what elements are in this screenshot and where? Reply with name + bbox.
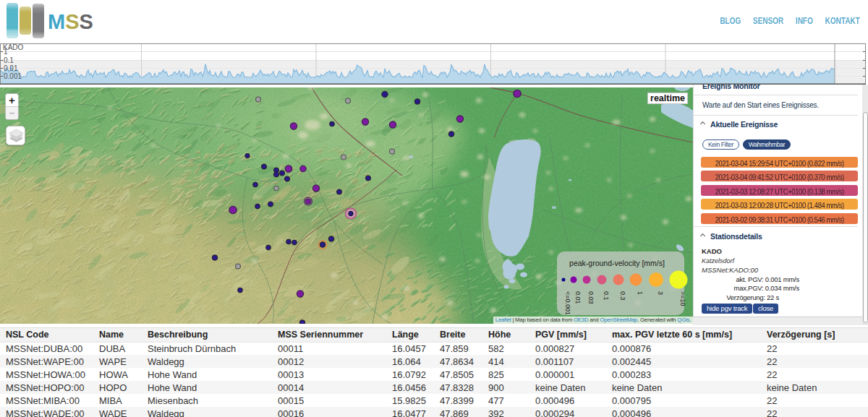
svg-text:3: 3	[657, 291, 664, 295]
svg-text:1: 1	[637, 291, 644, 295]
svg-text:1: 1	[4, 48, 8, 56]
svg-text:0.1: 0.1	[4, 56, 14, 64]
svg-text:>=10: >=10	[679, 291, 686, 306]
svg-text:0.3: 0.3	[619, 291, 626, 301]
svg-text:0.01: 0.01	[574, 291, 582, 304]
svg-text:MSS: MSS	[48, 10, 93, 33]
svg-text:0.001: 0.001	[4, 72, 22, 80]
svg-text:peak-ground-velocity [mm/s]: peak-ground-velocity [mm/s]	[569, 259, 665, 267]
svg-text:0.03: 0.03	[587, 291, 595, 304]
svg-text:0.1: 0.1	[603, 291, 610, 301]
svg-text:<=0.001: <=0.001	[564, 291, 571, 315]
svg-text:0.01: 0.01	[4, 64, 18, 72]
